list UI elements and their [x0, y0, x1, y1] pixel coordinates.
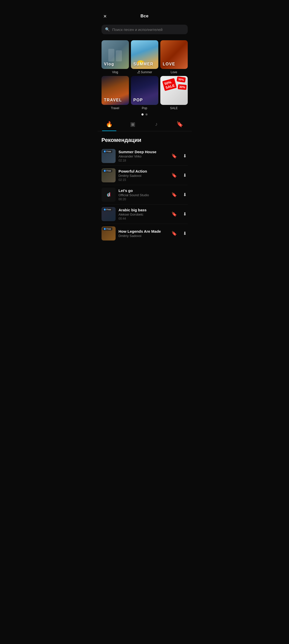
download-button[interactable]: ⬇	[182, 172, 188, 179]
free-badge-dot: ●	[104, 228, 106, 230]
track-title: Arabic big bass	[119, 208, 167, 212]
track-info: Arabic big bass Aleksei Gorobetc 00:44	[119, 208, 167, 220]
free-label: Free	[107, 150, 111, 153]
fire-icon: 🔥	[106, 121, 113, 128]
track-list: ● Free Summer Deep House Alexander Virko…	[98, 146, 192, 243]
grid-thumb-sale: 50%SALE 30% 50%	[160, 76, 188, 105]
track-duration: 00:44	[119, 217, 167, 220]
dot-2[interactable]	[146, 113, 148, 115]
download-button[interactable]: ⬇	[182, 230, 188, 237]
folder-icon: ▣	[130, 121, 135, 128]
travel-label: TRAVEL	[104, 98, 122, 102]
vlog-caption: Vlog	[112, 70, 118, 74]
grid-item-travel[interactable]: TRAVEL Travel	[102, 76, 129, 110]
track-title: How Legends Are Made	[119, 229, 167, 233]
love-label: LOVE	[163, 62, 175, 66]
free-badge-dot: ●	[104, 209, 106, 211]
tab-bookmark[interactable]: 🔖	[168, 118, 192, 131]
free-label: Free	[107, 228, 111, 230]
track-actions: 🔖 ⬇	[170, 210, 188, 218]
track-duration: 00:20	[119, 197, 167, 201]
track-item: ● Free Summer Deep House Alexander Virko…	[102, 146, 188, 166]
track-info: Powerful Action Dmitriy Sadovoi 02:15	[119, 169, 167, 182]
bookmark-button[interactable]: 🔖	[170, 172, 178, 179]
track-thumb-summer-deep-house: ● Free	[102, 149, 116, 163]
free-badge-dot: ●	[104, 170, 106, 172]
free-label: Free	[107, 170, 111, 172]
dot-1[interactable]	[141, 113, 143, 115]
recommendations-heading: Рекомендации	[98, 132, 192, 146]
track-thumb-arabic-big-bass: ● Free	[102, 207, 116, 221]
track-title: Powerful Action	[119, 169, 167, 173]
bookmark-button[interactable]: 🔖	[170, 191, 178, 198]
track-info: How Legends Are Made Dmitriy Sadovoi	[119, 229, 167, 238]
track-artist: Dmitriy Sadovoi	[119, 234, 167, 238]
grid-item-sale[interactable]: 50%SALE 30% 50% SALE	[160, 76, 188, 110]
pop-caption: Pop	[142, 106, 147, 110]
sale-caption: SALE	[170, 106, 178, 110]
tab-bar: 🔥 ▣ ♪ 🔖	[98, 118, 192, 131]
summer-caption: 🏖 Summer	[137, 70, 152, 74]
grid-row-2: TRAVEL Travel POP Pop 50%SALE 30% 50% SA…	[102, 76, 188, 110]
svg-text:♪: ♪	[107, 191, 110, 198]
tiktok-icon: ♪	[155, 121, 158, 127]
tab-tiktok[interactable]: ♪	[144, 118, 168, 131]
grid-thumb-travel: TRAVEL	[102, 76, 129, 105]
tiktok-logo: d d ♪	[102, 188, 116, 202]
track-thumb-how-legends-are-made: ● Free	[102, 226, 116, 240]
love-caption: Love	[171, 70, 177, 74]
grid-thumb-love: LOVE	[160, 40, 188, 69]
track-duration: 02:18	[119, 159, 167, 162]
genre-grid: Vlog Vlog SUMMER 🏖 Summer LOVE Love	[98, 38, 192, 110]
track-duration: 02:15	[119, 178, 167, 182]
free-badge-dot: ●	[104, 150, 106, 152]
tab-folder[interactable]: ▣	[121, 118, 144, 131]
track-thumb-powerful-action: ● Free	[102, 168, 116, 182]
track-artist: Official Sound Studio	[119, 193, 167, 197]
track-actions: 🔖 ⬇	[170, 172, 188, 179]
grid-item-summer[interactable]: SUMMER 🏖 Summer	[131, 40, 158, 74]
pop-label: POP	[133, 98, 143, 102]
grid-row-1: Vlog Vlog SUMMER 🏖 Summer LOVE Love	[102, 40, 188, 74]
track-item: ● Free Powerful Action Dmitriy Sadovoi 0…	[102, 166, 188, 185]
track-artist: Dmitriy Sadovoi	[119, 174, 167, 178]
tab-trending[interactable]: 🔥	[98, 118, 121, 131]
bookmark-button[interactable]: 🔖	[170, 152, 178, 160]
track-artist: Aleksei Gorobetc	[119, 213, 167, 216]
track-item: d d ♪ Let's go Official Sound Studio 00:…	[102, 185, 188, 205]
grid-thumb-pop: POP	[131, 76, 158, 105]
vlog-label: Vlog	[104, 62, 114, 66]
pagination-dots	[98, 110, 192, 118]
track-item: ● Free Arabic big bass Aleksei Gorobetc …	[102, 205, 188, 224]
grid-thumb-summer: SUMMER	[131, 40, 158, 69]
grid-item-vlog[interactable]: Vlog Vlog	[102, 40, 129, 74]
search-box[interactable]: 🔍	[102, 25, 188, 34]
download-button[interactable]: ⬇	[182, 191, 188, 198]
free-label: Free	[107, 208, 111, 211]
bookmark-button[interactable]: 🔖	[170, 210, 178, 218]
grid-item-pop[interactable]: POP Pop	[131, 76, 158, 110]
download-button[interactable]: ⬇	[182, 210, 188, 218]
search-icon: 🔍	[105, 27, 110, 32]
track-actions: 🔖 ⬇	[170, 191, 188, 198]
track-item: ● Free How Legends Are Made Dmitriy Sado…	[102, 224, 188, 243]
track-info: Summer Deep House Alexander Virko 02:18	[119, 150, 167, 162]
bookmark-icon: 🔖	[176, 121, 183, 128]
grid-thumb-vlog: Vlog	[102, 40, 129, 69]
track-artist: Alexander Virko	[119, 154, 167, 158]
page-title: Все	[140, 14, 149, 19]
search-section: 🔍	[98, 23, 192, 38]
search-input[interactable]	[112, 27, 184, 32]
track-title: Let's go	[119, 188, 167, 193]
travel-caption: Travel	[111, 106, 119, 110]
header: × Все	[98, 0, 192, 23]
close-button[interactable]: ×	[103, 13, 108, 20]
grid-item-love[interactable]: LOVE Love	[160, 40, 188, 74]
track-actions: 🔖 ⬇	[170, 230, 188, 237]
track-thumb-lets-go: d d ♪	[102, 188, 116, 202]
summer-label: SUMMER	[133, 62, 154, 66]
download-button[interactable]: ⬇	[182, 152, 188, 160]
track-actions: 🔖 ⬇	[170, 152, 188, 160]
bookmark-button[interactable]: 🔖	[170, 230, 178, 237]
track-info: Let's go Official Sound Studio 00:20	[119, 188, 167, 201]
